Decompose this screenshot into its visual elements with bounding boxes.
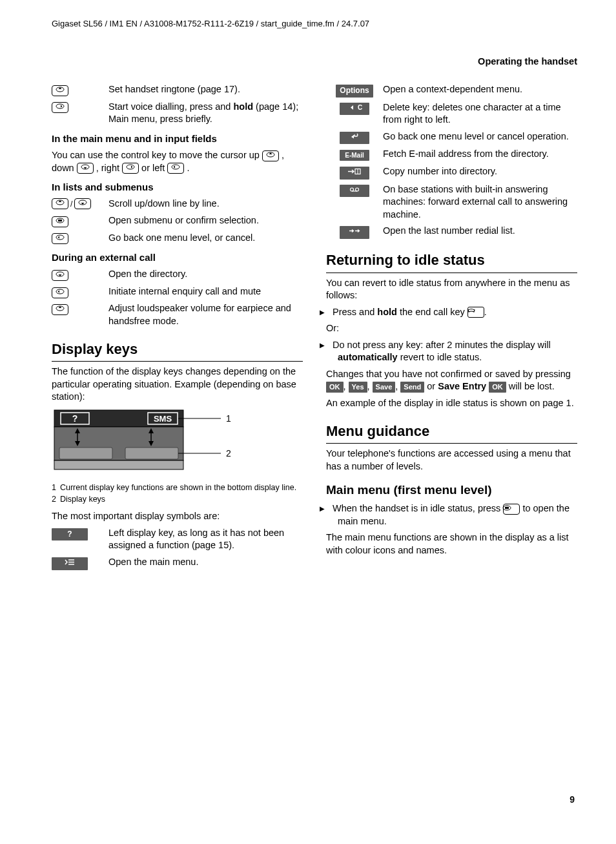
header-file-path: Gigaset SL56 / IM1 EN / A31008-M1752-R11… [52, 18, 577, 30]
desc-text: Set handset ringtone (page 17). [108, 83, 303, 96]
bullet-item: Do not press any key: after 2 minutes th… [326, 339, 577, 364]
desc-text: Open a context-dependent menu. [383, 83, 577, 96]
paragraph: Changes that you have not confirmed or s… [326, 368, 577, 393]
control-key-right-icon [52, 102, 68, 113]
control-key-left-icon [167, 163, 184, 174]
left-column: Set handset ringtone (page 17). Start vo… [52, 83, 303, 573]
desc-text: Initiate internal enquiry call and mute [108, 285, 303, 298]
control-key-down-icon [77, 163, 94, 174]
desc-text: Open the last number redial list. [383, 225, 577, 238]
paragraph: You can use the control key to move the … [52, 149, 303, 174]
paragraph: The main menu functions are shown in the… [326, 531, 577, 557]
section-title: Operating the handset [52, 56, 577, 68]
svg-text:C: C [358, 104, 362, 111]
svg-text:SMS: SMS [154, 414, 172, 424]
svg-point-12 [56, 289, 64, 294]
send-badge: Send [400, 382, 424, 392]
svg-point-10 [56, 235, 64, 240]
control-key-down-icon [52, 270, 68, 281]
desc-text: Go back one menu level, or cancel. [108, 232, 303, 245]
paragraph: Or: [326, 322, 577, 335]
yes-badge: Yes [349, 382, 367, 392]
svg-rect-23 [125, 448, 178, 459]
desc-text: Copy number into directory. [383, 165, 577, 178]
heading-main-menu: Main menu (first menu level) [326, 482, 577, 499]
copy-to-directory-icon [340, 167, 369, 180]
svg-point-1 [56, 104, 64, 108]
email-key-icon: E-Mail [340, 150, 369, 161]
document-page: Gigaset SL56 / IM1 EN / A31008-M1752-R11… [0, 0, 616, 827]
control-key-down-icon [74, 198, 91, 209]
display-keys-diagram: ? SMS 1 [54, 410, 183, 477]
svg-rect-22 [59, 448, 112, 459]
save-badge: Save [373, 382, 396, 392]
subheading: In the main menu and in input fields [52, 132, 303, 145]
heading-returning-idle: Returning to idle status [326, 251, 577, 273]
desc-text: Left display key, as long as it has not … [108, 527, 303, 552]
svg-point-5 [172, 165, 180, 169]
control-key-up-icon [262, 150, 279, 161]
desc-text: Adjust loudspeaker volume for earpiece a… [108, 302, 303, 327]
display-key-question-icon: ? [52, 528, 88, 541]
svg-rect-9 [58, 220, 62, 221]
delete-key-icon: C [340, 103, 369, 116]
control-key-up-icon [52, 198, 68, 209]
diagram-callouts: 1Current display key functions are shown… [52, 482, 303, 506]
ok-badge: OK [489, 382, 506, 392]
subheading: In lists and submenus [52, 181, 303, 194]
desc-text: On base stations with built-in answering… [383, 183, 577, 221]
display-key-menu-icon [52, 557, 88, 570]
desc-text: Open the main menu. [108, 556, 303, 569]
subheading: During an external call [52, 251, 303, 264]
svg-rect-28 [54, 460, 183, 469]
paragraph: The most important display symbols are: [52, 510, 303, 523]
desc-text: Go back one menu level or cancel operati… [383, 130, 577, 143]
control-key-center-icon [503, 504, 520, 515]
control-key-right-icon [122, 163, 139, 174]
options-key-icon: Options [336, 85, 373, 98]
control-key-up-icon [52, 304, 68, 315]
svg-text:2: 2 [226, 448, 231, 458]
svg-text:1: 1 [226, 413, 231, 424]
paragraph: An example of the display in idle status… [326, 397, 577, 410]
svg-point-4 [127, 165, 134, 169]
paragraph: Your telephone's functions are accessed … [326, 448, 577, 473]
bullet-item: Press and hold the end call key . [326, 306, 577, 319]
right-column: Options Open a context-dependent menu. C… [326, 83, 577, 573]
heading-display-keys: Display keys [52, 340, 303, 362]
answering-machine-icon [340, 185, 369, 198]
bullet-item: When the handset is in idle status, pres… [326, 502, 577, 528]
paragraph: The function of the display keys changes… [52, 365, 303, 404]
desc-text: Delete key: deletes one character at a t… [383, 101, 577, 127]
control-key-left-icon [52, 287, 68, 298]
desc-text: Open submenu or confirm selection. [108, 214, 303, 227]
paragraph: You can revert to idle status from anywh… [326, 277, 577, 302]
control-key-up-icon [52, 85, 68, 96]
desc-text: Scroll up/down line by line. [108, 198, 303, 211]
heading-menu-guidance: Menu guidance [326, 422, 577, 444]
redial-list-icon [340, 226, 369, 239]
page-number: 9 [570, 794, 575, 806]
back-key-icon [340, 132, 369, 145]
svg-point-36 [356, 188, 359, 191]
svg-point-35 [351, 188, 354, 191]
control-key-left-icon [52, 233, 68, 244]
end-call-key-icon [467, 307, 484, 318]
desc-text: Start voice dialling, press and hold (pa… [108, 101, 303, 126]
svg-rect-39 [505, 507, 509, 509]
control-key-center-icon [52, 216, 68, 227]
desc-text: Fetch E-mail address from the directory. [383, 148, 577, 161]
svg-text:?: ? [72, 413, 78, 424]
desc-text: Open the directory. [108, 268, 303, 281]
ok-badge: OK [326, 382, 344, 392]
